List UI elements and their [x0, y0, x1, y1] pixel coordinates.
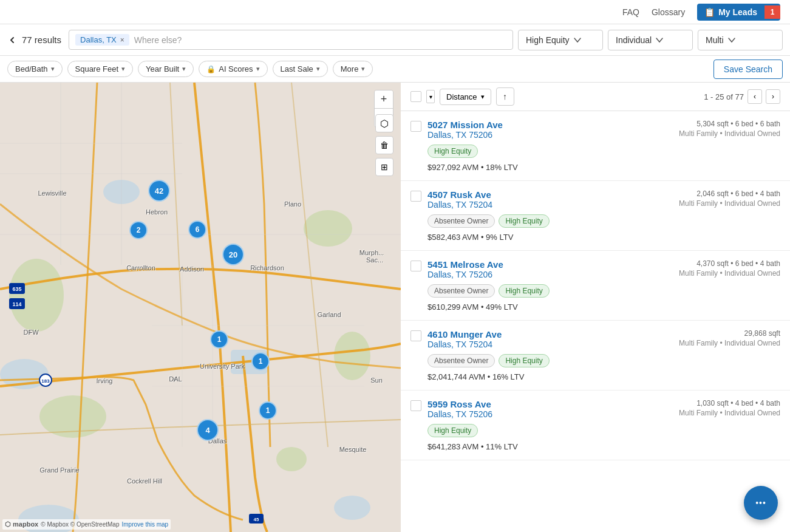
map-cluster-20[interactable]: 20 [222, 244, 244, 265]
individual-dropdown[interactable]: Individual [608, 30, 693, 50]
svg-point-5 [276, 447, 307, 471]
main-content: 114 635 183 45 ✈ ✈ Lewisville Hebron Pla… [0, 83, 790, 532]
property-checkbox-4[interactable] [410, 330, 421, 341]
map-cluster-1c[interactable]: 1 [259, 401, 277, 420]
map-cluster-1b[interactable]: 1 [251, 352, 270, 370]
bed-bath-label: Bed/Bath [15, 64, 48, 73]
map-cluster-1a[interactable]: 1 [210, 330, 228, 349]
property-specs-5: 1,030 sqft • 4 bed • 4 bath [679, 399, 780, 408]
svg-text:✈: ✈ [27, 329, 32, 336]
map-cluster-4[interactable]: 4 [197, 419, 219, 441]
bed-bath-filter[interactable]: Bed/Bath ▾ [7, 61, 63, 77]
sort-dropdown[interactable]: Distance ▾ [440, 89, 491, 105]
property-list: 5027 Mission Ave Dallas, TX 75206 5,304 … [401, 111, 790, 532]
location-tag-text: Dallas, TX [80, 35, 117, 44]
location-search-input[interactable]: Dallas, TX × Where else? [69, 30, 513, 50]
back-arrow-icon [7, 35, 17, 45]
delete-tool-button[interactable]: 🗑 [375, 136, 393, 154]
select-all-checkbox[interactable] [410, 91, 421, 102]
results-header: ▾ Distance ▾ ↑ 1 - 25 of 77 ‹ › [401, 83, 790, 111]
square-feet-filter[interactable]: Square Feet ▾ [67, 61, 134, 77]
high-equity-chevron-icon [573, 36, 582, 44]
improve-map-link[interactable]: Improve this map [121, 521, 168, 528]
results-panel: ▾ Distance ▾ ↑ 1 - 25 of 77 ‹ › [401, 83, 790, 532]
property-city-4: Dallas, TX 75204 [427, 339, 502, 349]
property-checkbox-2[interactable] [410, 191, 421, 202]
property-checkbox-3[interactable] [410, 261, 421, 271]
tag-absentee-3[interactable]: Absentee Owner [427, 284, 495, 298]
year-built-filter[interactable]: Year Built ▾ [138, 61, 194, 77]
property-checkbox-1[interactable] [410, 121, 421, 132]
pagination-text: 1 - 25 of 77 [704, 92, 744, 101]
prev-page-button[interactable]: ‹ [747, 89, 762, 104]
tag-high-equity-3[interactable]: High Equity [499, 284, 549, 298]
property-item[interactable]: 4610 Munger Ave Dallas, TX 75204 29,868 … [401, 321, 790, 390]
sort-direction-button[interactable]: ↑ [496, 87, 514, 106]
filter-row: Bed/Bath ▾ Square Feet ▾ Year Built ▾ 🔒 … [0, 56, 790, 83]
last-sale-filter[interactable]: Last Sale ▾ [273, 61, 328, 77]
tag-high-equity-5[interactable]: High Equity [427, 424, 478, 437]
property-item[interactable]: 5451 Melrose Ave Dallas, TX 75206 4,370 … [401, 251, 790, 321]
property-type-4: Multi Family • Individual Owned [679, 339, 780, 347]
property-item[interactable]: 5959 Ross Ave Dallas, TX 75206 1,030 sqf… [401, 390, 790, 460]
square-feet-chevron-icon: ▾ [121, 65, 125, 73]
high-equity-dropdown[interactable]: High Equity [518, 30, 603, 50]
individual-label: Individual [616, 35, 652, 45]
fab-button[interactable]: ••• [744, 486, 778, 520]
property-checkbox-5[interactable] [410, 400, 421, 411]
location-tag[interactable]: Dallas, TX × [75, 34, 129, 46]
sort-asc-icon: ↑ [503, 92, 507, 101]
tag-absentee-4[interactable]: Absentee Owner [427, 354, 495, 367]
high-equity-label: High Equity [526, 35, 570, 45]
tag-high-equity-4[interactable]: High Equity [499, 354, 549, 367]
layers-button[interactable]: ⊞ [375, 158, 393, 176]
my-leads-button[interactable]: 📋 My Leads 1 [697, 4, 780, 21]
tag-absentee-2[interactable]: Absentee Owner [427, 214, 495, 228]
map-cluster-42[interactable]: 42 [148, 180, 170, 202]
map-side-controls: ⬡ 🗑 ⊞ [375, 114, 393, 176]
more-chevron-icon: ▾ [361, 65, 365, 73]
property-city-1: Dallas, TX 75206 [427, 130, 503, 140]
mapbox-logo: ⬡ mapbox [5, 520, 38, 528]
sort-label: Distance [446, 92, 477, 101]
tag-high-equity-2[interactable]: High Equity [499, 214, 549, 228]
svg-text:635: 635 [12, 286, 21, 292]
more-label: More [341, 64, 359, 73]
glossary-link[interactable]: Glossary [652, 7, 685, 17]
faq-link[interactable]: FAQ [622, 7, 639, 17]
zoom-in-button[interactable]: + [375, 90, 393, 109]
multi-dropdown[interactable]: Multi [698, 30, 783, 50]
property-address-3[interactable]: 5451 Melrose Ave [427, 259, 503, 270]
property-type-3: Multi Family • Individual Owned [679, 269, 780, 278]
map-attribution: ⬡ mapbox © Mapbox © OpenStreetMap Improv… [2, 519, 171, 530]
property-city-2: Dallas, TX 75204 [427, 200, 492, 210]
save-search-button[interactable]: Save Search [713, 60, 783, 79]
location-tag-remove[interactable]: × [120, 36, 124, 44]
property-city-5: Dallas, TX 75206 [427, 409, 492, 419]
year-built-label: Year Built [146, 64, 179, 73]
property-address-5[interactable]: 5959 Ross Ave [427, 399, 492, 409]
svg-point-3 [304, 210, 352, 247]
property-avm-2: $582,463 AVM • 9% LTV [427, 233, 780, 242]
ai-scores-label: AI Scores [219, 64, 253, 73]
results-count: 77 results [22, 35, 61, 45]
svg-text:183: 183 [41, 378, 50, 384]
map-container[interactable]: 114 635 183 45 ✈ ✈ Lewisville Hebron Pla… [0, 83, 401, 532]
next-page-button[interactable]: › [766, 89, 780, 104]
map-cluster-6[interactable]: 6 [188, 220, 206, 239]
property-address-4[interactable]: 4610 Munger Ave [427, 329, 502, 339]
property-address-2[interactable]: 4507 Rusk Ave [427, 189, 492, 200]
property-type-5: Multi Family • Individual Owned [679, 409, 780, 417]
more-filter[interactable]: More ▾ [333, 61, 373, 77]
svg-text:✈: ✈ [172, 377, 177, 383]
tag-high-equity-1[interactable]: High Equity [427, 145, 478, 158]
property-item[interactable]: 5027 Mission Ave Dallas, TX 75206 5,304 … [401, 111, 790, 181]
select-all-dropdown[interactable]: ▾ [426, 90, 435, 103]
ai-scores-filter[interactable]: 🔒 AI Scores ▾ [199, 61, 267, 77]
property-address-1[interactable]: 5027 Mission Ave [427, 120, 503, 130]
draw-tool-button[interactable]: ⬡ [375, 114, 393, 132]
ai-scores-chevron-icon: ▾ [256, 65, 260, 73]
back-button[interactable] [7, 35, 17, 45]
property-item[interactable]: 4507 Rusk Ave Dallas, TX 75204 2,046 sqf… [401, 181, 790, 251]
map-cluster-2[interactable]: 2 [129, 221, 148, 239]
